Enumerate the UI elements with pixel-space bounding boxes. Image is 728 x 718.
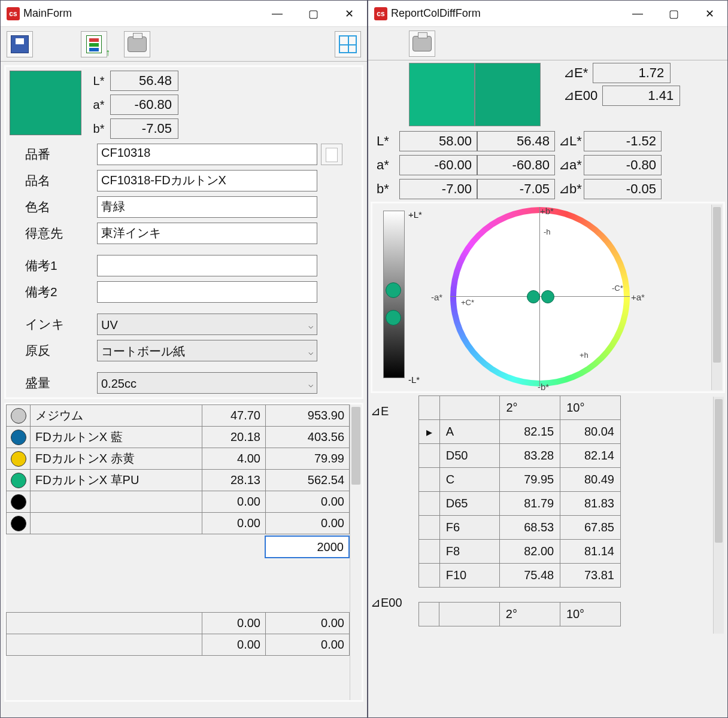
import-button[interactable]: ↑ bbox=[81, 31, 107, 57]
de00-table[interactable]: 2°10° bbox=[418, 602, 621, 626]
minus-h-label: -h bbox=[544, 227, 551, 236]
db-value: -0.05 bbox=[584, 179, 662, 199]
diagram-scrollbar[interactable] bbox=[711, 205, 722, 390]
de00-value: 1.41 bbox=[602, 86, 680, 106]
l-point-2 bbox=[386, 310, 401, 325]
note2-label: 備考2 bbox=[25, 284, 97, 300]
print-button[interactable] bbox=[409, 31, 435, 57]
plus-c-label: +C* bbox=[461, 298, 474, 307]
minimize-button[interactable]: — bbox=[620, 1, 656, 27]
l-target: 58.00 bbox=[399, 131, 477, 151]
da-value: -0.80 bbox=[584, 155, 662, 175]
table-row[interactable]: FDカルトンX 藍20.18403.56 bbox=[7, 427, 350, 448]
table-row[interactable]: 0.000.00 bbox=[7, 613, 350, 634]
a-sample: -60.80 bbox=[477, 155, 555, 175]
materials-table[interactable]: メジウム47.70953.90 FDカルトンX 藍20.18403.56 FDカ… bbox=[6, 404, 350, 534]
plus-h-label: +h bbox=[580, 351, 589, 360]
minus-a-label: -a* bbox=[431, 292, 442, 302]
swatch-target bbox=[409, 63, 475, 126]
colorname-input[interactable]: 青緑 bbox=[97, 196, 317, 218]
materials-panel: メジウム47.70953.90 FDカルトンX 藍20.18403.56 FDカ… bbox=[4, 403, 363, 702]
report-window: cs ReportColDiffForm — ▢ ✕ ⊿E* 1.72 ⊿E00… bbox=[368, 0, 728, 718]
partname-input[interactable]: CF10318-FDカルトンX bbox=[97, 170, 317, 191]
minus-l-label: -L* bbox=[408, 375, 420, 385]
table-row[interactable]: FDカルトンX 草PU28.13562.54 bbox=[7, 470, 350, 491]
l-label: L* bbox=[87, 74, 110, 88]
b-label: b* bbox=[87, 122, 110, 136]
save-button[interactable] bbox=[7, 31, 33, 57]
de-tables-area: ⊿E ⊿E00 2°10° ▸A82.1580.04D5083.2882.14C… bbox=[371, 395, 725, 635]
colorname-label: 色名 bbox=[25, 199, 97, 215]
table-row[interactable]: D5083.2882.14 bbox=[419, 444, 621, 468]
materials-scrollbar[interactable] bbox=[350, 404, 362, 700]
app-icon: cs bbox=[7, 7, 20, 20]
de-area-scrollbar[interactable] bbox=[713, 397, 724, 634]
a-label: a* bbox=[87, 98, 110, 112]
table-row[interactable]: F1075.4873.81 bbox=[419, 564, 621, 588]
partno-input[interactable]: CF10318 bbox=[97, 144, 317, 165]
report-title: ReportColDiffForm bbox=[391, 7, 481, 20]
table-row[interactable]: FDカルトンX 赤黄4.0079.99 bbox=[7, 448, 350, 470]
de-value: 1.72 bbox=[593, 63, 671, 83]
lab-panel: L* 56.48 a* -60.80 b* -7.05 品番 CF10318 品… bbox=[4, 65, 363, 399]
table-row[interactable]: D6581.7981.83 bbox=[419, 492, 621, 516]
b-sample: -7.05 bbox=[477, 179, 555, 199]
table-row[interactable]: F882.0081.14 bbox=[419, 540, 621, 564]
vol-select[interactable]: 0.25cc⌵ bbox=[97, 372, 317, 394]
main-form-window: cs MainForm — ▢ ✕ ↑ L* 56.48 a* -60.80 b… bbox=[0, 0, 368, 718]
grid-button[interactable] bbox=[335, 31, 361, 57]
ink-label: インキ bbox=[25, 316, 97, 333]
de-table-label: ⊿E bbox=[371, 404, 412, 595]
table-row[interactable]: F668.5367.85 bbox=[419, 516, 621, 540]
note1-input[interactable] bbox=[97, 255, 317, 276]
table-row[interactable]: 0.000.00 bbox=[7, 513, 350, 534]
minus-b-label: -b* bbox=[538, 382, 549, 392]
color-diagram: +L* -L* +b* -b* +a* -a* +C* -C* +h -h bbox=[371, 202, 725, 393]
table-row[interactable]: 0.000.00 bbox=[7, 634, 350, 656]
table-row[interactable]: メジウム47.70953.90 bbox=[7, 405, 350, 427]
report-toolbar bbox=[368, 27, 727, 60]
minus-c-label: -C* bbox=[612, 284, 623, 293]
table-row[interactable]: ▸A82.1580.04 bbox=[419, 420, 621, 444]
bottom-table[interactable]: 0.000.000.000.00 bbox=[6, 612, 350, 656]
plus-l-label: +L* bbox=[408, 209, 422, 220]
de00-label: ⊿E00 bbox=[563, 88, 597, 104]
close-button[interactable]: ✕ bbox=[691, 1, 727, 27]
plus-b-label: +b* bbox=[540, 206, 554, 216]
hdr-2: 2° bbox=[500, 396, 560, 420]
ink-select[interactable]: UV⌵ bbox=[97, 314, 317, 335]
base-label: 原反 bbox=[25, 342, 97, 359]
swatch-sample bbox=[475, 63, 541, 126]
maximize-button[interactable]: ▢ bbox=[656, 1, 691, 27]
dl-value: -1.52 bbox=[584, 131, 662, 151]
de-table[interactable]: 2°10° ▸A82.1580.04D5083.2882.14C79.9580.… bbox=[418, 395, 621, 588]
a-target: -60.00 bbox=[399, 155, 477, 175]
de-label: ⊿E* bbox=[563, 65, 588, 81]
base-select[interactable]: コートボール紙⌵ bbox=[97, 340, 317, 361]
lab-compare-grid: L*58.0056.48⊿L*-1.52 a*-60.00-60.80⊿a*-0… bbox=[373, 131, 723, 199]
table-row[interactable]: 0.000.00 bbox=[7, 491, 350, 513]
report-titlebar[interactable]: cs ReportColDiffForm — ▢ ✕ bbox=[368, 1, 727, 27]
plus-a-label: +a* bbox=[631, 292, 645, 302]
table-row[interactable]: C79.9580.49 bbox=[419, 468, 621, 492]
wheel-point-2 bbox=[541, 290, 554, 303]
wheel-point-1 bbox=[527, 290, 540, 303]
vol-label: 盛量 bbox=[25, 375, 97, 391]
close-button[interactable]: ✕ bbox=[331, 1, 367, 27]
l-value[interactable]: 56.48 bbox=[110, 71, 178, 91]
minimize-button[interactable]: — bbox=[259, 1, 295, 27]
partno-label: 品番 bbox=[25, 146, 97, 163]
b-value[interactable]: -7.05 bbox=[110, 118, 178, 139]
main-titlebar[interactable]: cs MainForm — ▢ ✕ bbox=[1, 1, 367, 27]
dual-swatch bbox=[409, 63, 541, 126]
total-value[interactable]: 2000 bbox=[265, 536, 349, 558]
note2-input[interactable] bbox=[97, 281, 317, 303]
customer-input[interactable]: 東洋インキ bbox=[97, 223, 317, 244]
note1-label: 備考1 bbox=[25, 257, 97, 274]
file-button[interactable] bbox=[321, 144, 342, 165]
a-value[interactable]: -60.80 bbox=[110, 95, 178, 115]
maximize-button[interactable]: ▢ bbox=[295, 1, 331, 27]
main-title: MainForm bbox=[23, 7, 72, 20]
print-button[interactable] bbox=[124, 31, 150, 57]
customer-label: 得意先 bbox=[25, 225, 97, 242]
